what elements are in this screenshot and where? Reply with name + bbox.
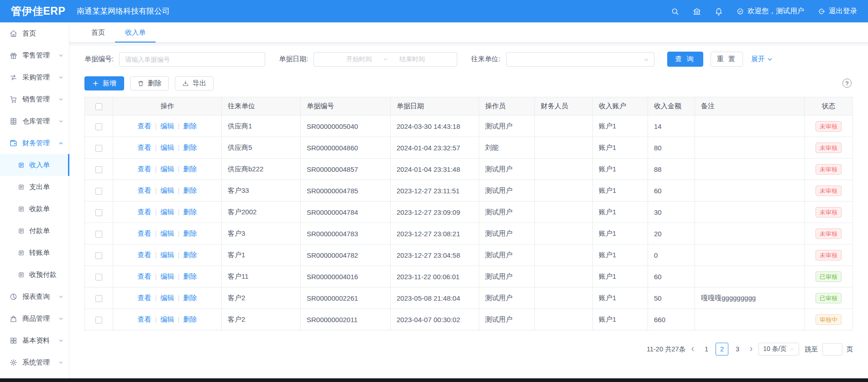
cell-amount: 660 — [648, 309, 695, 330]
action-separator: | — [155, 165, 157, 173]
sidebar-item-warehouse[interactable]: 仓库管理 — [0, 110, 69, 132]
sidebar-item-receipt[interactable]: 收款单 — [0, 198, 69, 220]
code-input[interactable] — [119, 52, 265, 67]
cell-finance — [535, 309, 593, 330]
partner-select[interactable] — [506, 52, 654, 67]
row-checkbox[interactable] — [95, 252, 102, 259]
page-size-select[interactable]: 10 条/页 — [758, 343, 799, 355]
delete-link[interactable]: 删除 — [183, 272, 197, 280]
page-number-3[interactable]: 3 — [731, 343, 744, 355]
row-checkbox[interactable] — [95, 166, 102, 173]
cell-operator: 测试用户 — [479, 180, 535, 202]
sidebar-item-reports[interactable]: 报表查询 — [0, 286, 69, 308]
expand-link[interactable]: 展开 — [751, 55, 773, 64]
help-button[interactable]: ? — [842, 79, 852, 88]
sidebar-item-expense[interactable]: 支出单 — [0, 176, 69, 198]
tab-income[interactable]: 收入单 — [115, 22, 156, 42]
action-separator: | — [178, 208, 180, 216]
notification-bell-icon[interactable] — [715, 7, 723, 16]
row-checkbox[interactable] — [95, 231, 102, 238]
sidebar-item-retail[interactable]: 零售管理 — [0, 44, 69, 66]
view-link[interactable]: 查看 — [138, 229, 152, 237]
sidebar-item-income[interactable]: 收入单 — [0, 154, 69, 176]
sidebar-item-home[interactable]: 首页 — [0, 22, 69, 44]
search-icon[interactable] — [671, 7, 679, 16]
delete-link[interactable]: 删除 — [183, 165, 197, 173]
filter-group-date: 单据日期: 开始时间 ~ 结束时间 — [279, 52, 457, 67]
select-all-checkbox[interactable] — [95, 103, 102, 110]
cell-date: 2023-12-27 23:11:51 — [391, 180, 479, 202]
table-row: 查看|编辑|删除客户2002SR000000047842023-12-27 23… — [85, 202, 853, 223]
welcome-user[interactable]: 欢迎您，测试用户 — [737, 6, 804, 16]
delete-link[interactable]: 删除 — [183, 294, 197, 302]
bank-icon[interactable] — [693, 7, 701, 16]
sidebar-item-basic[interactable]: 基本资料 — [0, 329, 69, 351]
delete-link[interactable]: 删除 — [183, 186, 197, 194]
edit-link[interactable]: 编辑 — [161, 122, 174, 130]
view-link[interactable]: 查看 — [138, 294, 152, 302]
sidebar-item-payment[interactable]: 付款单 — [0, 220, 69, 242]
cell-company: 客户3 — [222, 223, 301, 244]
edit-link[interactable]: 编辑 — [161, 315, 174, 323]
view-link[interactable]: 查看 — [138, 143, 152, 151]
date-range-input[interactable]: 开始时间 ~ 结束时间 — [314, 52, 457, 67]
purchase-icon — [10, 74, 17, 81]
goods-icon — [10, 315, 17, 323]
view-link[interactable]: 查看 — [138, 272, 152, 280]
export-button[interactable]: 导出 — [175, 76, 214, 90]
sidebar-item-transfer[interactable]: 转账单 — [0, 242, 69, 264]
row-checkbox[interactable] — [95, 209, 102, 216]
delete-link[interactable]: 删除 — [183, 143, 197, 151]
view-link[interactable]: 查看 — [138, 208, 152, 216]
reset-button[interactable]: 重 置 — [711, 52, 743, 67]
edit-link[interactable]: 编辑 — [161, 143, 174, 151]
row-checkbox[interactable] — [95, 317, 102, 324]
delete-link[interactable]: 删除 — [183, 251, 197, 259]
delete-button[interactable]: 删除 — [130, 76, 169, 90]
delete-link[interactable]: 删除 — [183, 208, 197, 216]
edit-link[interactable]: 编辑 — [161, 251, 174, 259]
system-icon — [10, 359, 17, 366]
sidebar-item-system[interactable]: 系统管理 — [0, 351, 69, 373]
view-link[interactable]: 查看 — [138, 165, 152, 173]
company-name: 南通某某网络科技有限公司 — [77, 6, 170, 16]
edit-link[interactable]: 编辑 — [161, 208, 174, 216]
cell-company: 供应商1 — [222, 116, 301, 137]
edit-link[interactable]: 编辑 — [161, 186, 174, 194]
sidebar-item-finance[interactable]: 财务管理 — [0, 132, 69, 154]
next-page-icon[interactable] — [748, 346, 754, 352]
edit-link[interactable]: 编辑 — [161, 165, 174, 173]
row-checkbox[interactable] — [95, 123, 102, 130]
row-checkbox[interactable] — [95, 145, 102, 152]
add-button[interactable]: 新增 — [84, 76, 124, 90]
edit-link[interactable]: 编辑 — [161, 272, 174, 280]
view-link[interactable]: 查看 — [138, 315, 152, 323]
sidebar-item-purchase[interactable]: 采购管理 — [0, 66, 69, 88]
edit-link[interactable]: 编辑 — [161, 294, 174, 302]
sidebar-item-prepaid[interactable]: 收预付款 — [0, 264, 69, 286]
sidebar-item-sales[interactable]: 销售管理 — [0, 88, 69, 110]
delete-link[interactable]: 删除 — [183, 315, 197, 323]
view-link[interactable]: 查看 — [138, 186, 152, 194]
logout-button[interactable]: 退出登录 — [818, 6, 857, 16]
view-link[interactable]: 查看 — [138, 251, 152, 259]
jump-page-input[interactable] — [822, 343, 842, 355]
delete-link[interactable]: 删除 — [183, 229, 197, 237]
row-checkbox[interactable] — [95, 274, 102, 281]
page-number-1[interactable]: 1 — [700, 343, 713, 355]
chevron-down-icon — [58, 338, 63, 343]
tab-home[interactable]: 首页 — [81, 22, 115, 42]
cell-account: 账户1 — [593, 223, 648, 244]
search-button[interactable]: 查 询 — [667, 52, 703, 67]
row-checkbox[interactable] — [95, 295, 102, 302]
cell-finance — [535, 159, 593, 180]
cell-company: 客户2002 — [222, 202, 301, 223]
page-number-2[interactable]: 2 — [716, 343, 728, 355]
edit-link[interactable]: 编辑 — [161, 229, 174, 237]
row-checkbox[interactable] — [95, 188, 102, 195]
view-link[interactable]: 查看 — [138, 122, 152, 130]
cell-remark — [695, 159, 805, 180]
prev-page-icon[interactable] — [690, 346, 696, 352]
delete-link[interactable]: 删除 — [183, 122, 197, 130]
sidebar-item-goods[interactable]: 商品管理 — [0, 308, 69, 329]
